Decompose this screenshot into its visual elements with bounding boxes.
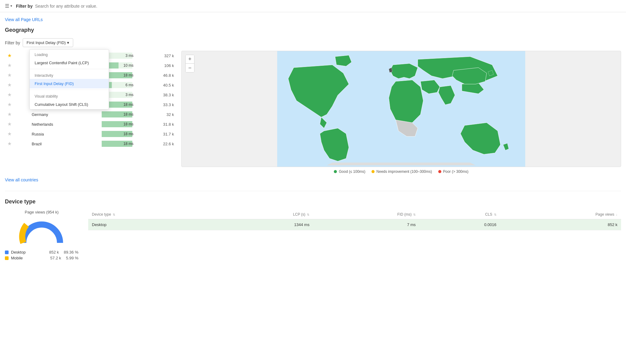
geo-map-panel: + − <box>181 51 621 174</box>
th-device-type[interactable]: Device type ⇅ <box>88 210 215 219</box>
world-map-svg <box>182 51 621 167</box>
metric-dropdown-menu: Loading Largest Contentful Paint (LCP) I… <box>29 49 109 110</box>
device-layout: Page views (954 k) <box>5 210 621 262</box>
chart-legend-mobile: Mobile 57.2 k 5.99 % <box>5 256 78 260</box>
legend-poor: Poor (> 300ms) <box>438 169 469 174</box>
geo-table-row: ★Netherlands18 ms31.8 k <box>5 119 176 129</box>
th-fid[interactable]: FID (ms) ⇅ <box>313 210 419 219</box>
device-cell-lcp: 1344 ms <box>215 219 313 230</box>
star-btn[interactable]: ★ <box>7 122 12 127</box>
geo-count-cell: 32 k <box>135 110 176 119</box>
geo-bar-cell: 18 ms <box>99 119 135 129</box>
mobile-legend-label: Mobile <box>11 256 48 260</box>
geo-count-cell: 22.6 k <box>135 139 176 149</box>
legend-needs-improvement: Needs improvement (100–300ms) <box>371 169 432 174</box>
geo-count-cell: 40.5 k <box>135 80 176 90</box>
device-cell-name: Desktop <box>88 219 215 230</box>
star-btn[interactable]: ★ <box>7 83 12 87</box>
desktop-legend-color <box>5 251 9 254</box>
filter-icon-btn[interactable]: ☰ ▾ <box>5 3 12 9</box>
geo-bar-cell: 18 ms <box>99 129 135 139</box>
geo-table-row: ★Germany18 ms32 k <box>5 110 176 119</box>
dropdown-chevron: ▾ <box>67 40 69 45</box>
legend-needs-improvement-label: Needs improvement (100–300ms) <box>376 169 432 174</box>
chart-legend-desktop: Desktop 852 k 89.36 % <box>5 250 78 254</box>
star-btn[interactable]: ★ <box>7 141 12 146</box>
sort-icon-cls: ⇅ <box>494 213 496 216</box>
device-cell-cls: 0.0016 <box>419 219 500 230</box>
filter-search-input[interactable] <box>35 4 621 9</box>
donut-svg <box>17 217 66 247</box>
device-cell-fid: 7 ms <box>313 219 419 230</box>
geo-bar-cell: 18 ms <box>99 110 135 119</box>
geo-table-row: ★Russia18 ms31.7 k <box>5 129 176 139</box>
device-type-title: Device type <box>5 196 621 205</box>
legend-poor-label: Poor (> 300ms) <box>443 169 469 174</box>
legend-good-dot <box>334 170 337 173</box>
chevron-down-icon: ▾ <box>10 4 12 8</box>
geo-count-cell: 33.3 k <box>135 100 176 110</box>
star-btn[interactable]: ★ <box>7 53 12 58</box>
selected-metric-label: First Input Delay (FID) <box>27 40 66 45</box>
dropdown-item-lcp[interactable]: Largest Contentful Paint (LCP) <box>30 58 109 68</box>
star-btn[interactable]: ★ <box>7 92 12 97</box>
view-all-countries-link[interactable]: View all countries <box>5 174 38 186</box>
legend-good: Good (≤ 100ms) <box>334 169 365 174</box>
mobile-legend-color <box>5 256 9 260</box>
sort-icon-pageviews: ↓ <box>616 213 617 216</box>
geo-country-cell: Netherlands <box>29 119 99 129</box>
star-btn[interactable]: ★ <box>7 73 12 78</box>
filter-label: Filter by <box>16 4 32 9</box>
geo-count-cell: 46.8 k <box>135 70 176 80</box>
sort-icon-lcp: ⇅ <box>307 213 309 216</box>
mobile-legend-pct: 5.99 % <box>66 256 78 260</box>
device-row-desktop: Desktop 1344 ms 7 ms 0.0016 852 k <box>88 219 621 230</box>
th-lcp[interactable]: LCP (s) ⇅ <box>215 210 313 219</box>
th-page-views[interactable]: Page views ↓ <box>500 210 621 219</box>
geo-count-cell: 106 k <box>135 61 176 70</box>
geo-count-cell: 31.8 k <box>135 119 176 129</box>
legend-poor-dot <box>438 170 441 173</box>
geo-count-cell: 31.7 k <box>135 129 176 139</box>
device-chart-title: Page views (954 k) <box>5 210 78 214</box>
metric-dropdown-btn[interactable]: First Input Delay (FID) ▾ <box>23 38 73 47</box>
geo-table-row: ★Brazil18 ms22.6 k <box>5 139 176 149</box>
sort-icon-fid: ⇅ <box>413 213 416 216</box>
device-table-header-row: Device type ⇅ LCP (s) ⇅ FID (ms) ⇅ CLS ⇅… <box>88 210 621 219</box>
donut-chart <box>17 217 66 247</box>
map-container: + − <box>181 51 621 167</box>
top-filter-bar: ☰ ▾ Filter by <box>0 0 626 12</box>
map-zoom-in-btn[interactable]: + <box>186 55 194 64</box>
geography-title: Geography <box>5 24 621 33</box>
device-chart-panel: Page views (954 k) <box>5 210 78 262</box>
legend-needs-improvement-dot <box>371 170 375 173</box>
legend-good-label: Good (≤ 100ms) <box>339 169 365 174</box>
star-btn[interactable]: ★ <box>7 132 12 136</box>
geo-country-cell: Russia <box>29 129 99 139</box>
desktop-legend-label: Desktop <box>11 250 47 254</box>
dropdown-group-loading: Loading <box>30 50 109 58</box>
star-btn[interactable]: ★ <box>7 102 12 107</box>
dropdown-item-fid[interactable]: First Input Delay (FID) <box>30 79 109 88</box>
filter-list-icon: ☰ <box>5 3 9 9</box>
geo-count-cell: 327 k <box>135 51 176 61</box>
geo-country-cell: Germany <box>29 110 99 119</box>
star-btn[interactable]: ★ <box>7 112 12 117</box>
th-cls[interactable]: CLS ⇅ <box>419 210 500 219</box>
filter-by-label-geo: Filter by <box>5 40 20 45</box>
view-all-pages-link[interactable]: View all Page URLs <box>0 12 47 24</box>
dropdown-item-cls[interactable]: Cumulative Layout Shift (CLS) <box>30 100 109 109</box>
mobile-legend-count: 57.2 k <box>50 256 61 260</box>
section-divider <box>5 191 621 191</box>
geo-count-cell: 38.3 k <box>135 90 176 100</box>
dropdown-group-visual: Visual stability <box>30 91 109 100</box>
device-table: Device type ⇅ LCP (s) ⇅ FID (ms) ⇅ CLS ⇅… <box>88 210 621 230</box>
desktop-legend-count: 852 k <box>49 250 59 254</box>
dropdown-group-interactivity: Interactivity <box>30 70 109 79</box>
sort-icon-device: ⇅ <box>113 213 115 216</box>
device-cell-pageviews: 852 k <box>500 219 621 230</box>
geo-bar-cell: 18 ms <box>99 139 135 149</box>
star-btn[interactable]: ★ <box>7 63 12 68</box>
map-zoom-out-btn[interactable]: − <box>186 64 194 72</box>
map-legend: Good (≤ 100ms) Needs improvement (100–30… <box>181 169 621 174</box>
